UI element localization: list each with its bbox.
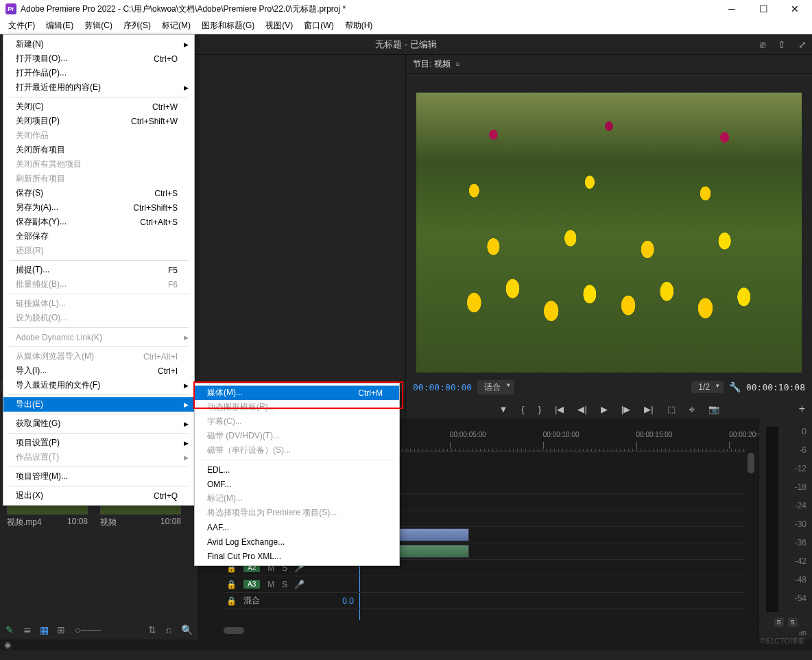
export-menu-item[interactable]: Final Cut Pro XML...	[195, 549, 399, 563]
file-menu-item[interactable]: 导出(E)▶	[3, 397, 194, 412]
write-icon[interactable]: ✎	[5, 624, 14, 635]
icon-view-icon[interactable]: ▦	[40, 624, 49, 635]
mix-value[interactable]: 0.0	[342, 596, 354, 606]
automate-icon[interactable]: ⎌	[166, 624, 171, 635]
fullscreen-icon[interactable]: ⤢	[798, 39, 807, 50]
file-menu-item[interactable]: 打开作品(P)...	[3, 66, 194, 80]
file-menu-item[interactable]: 导入最近使用的文件(F)▶	[3, 378, 194, 392]
mic-icon[interactable]: 🎤	[294, 580, 304, 589]
file-menu-item[interactable]: 保存(S)Ctrl+S	[3, 186, 194, 200]
file-menu-item[interactable]: 关闭项目(P)Ctrl+Shift+W	[3, 114, 194, 128]
mark-in-icon[interactable]: {	[521, 404, 524, 414]
file-menu-item[interactable]: 新建(N)▶	[3, 37, 194, 51]
program-panel: 节目: 视频 ≡ 00:00:00:00 适合 1/2 🔧 00:00:10:0…	[406, 55, 812, 419]
clip-duration: 10:08	[160, 517, 181, 528]
export-share-icon[interactable]: ⇧	[778, 39, 786, 50]
file-menu-item[interactable]: 打开最近使用的内容(E)▶	[3, 80, 194, 95]
file-menu-item: 从媒体浏览器导入(M)Ctrl+Alt+I	[3, 349, 194, 364]
file-menu-item: 关闭所有其他项目	[3, 157, 194, 172]
track-content[interactable]: 视频.mp4	[357, 453, 745, 609]
export-menu-item: 将选择项导出为 Premiere 项目(S)...	[195, 506, 399, 520]
close-button[interactable]: ✕	[779, 0, 811, 18]
timeline-scrollbar-v[interactable]	[748, 453, 754, 619]
file-menu-item[interactable]: 获取属性(G)▶	[3, 416, 194, 431]
mute-button[interactable]: M	[267, 580, 275, 589]
menu-markers[interactable]: 标记(M)	[156, 19, 196, 33]
list-view-icon[interactable]: ≣	[23, 624, 32, 635]
maximize-button[interactable]: ☐	[748, 0, 779, 18]
timeline-ruler[interactable]: 00:00:05:00 00:00:10:00 00:00:15:00 00:0…	[357, 431, 745, 451]
file-menu-item: 还原(R)	[3, 244, 194, 258]
zoom-fit-dropdown[interactable]: 适合	[477, 380, 514, 394]
meter-tick: -36	[795, 538, 807, 547]
menu-edit[interactable]: 编辑(E)	[40, 19, 79, 33]
file-menu-item[interactable]: 捕捉(T)...F5	[3, 263, 194, 277]
menu-window[interactable]: 窗口(W)	[298, 19, 339, 33]
resolution-dropdown[interactable]: 1/2	[691, 381, 724, 393]
solo-button[interactable]: S	[280, 580, 289, 589]
file-menu-item[interactable]: 退出(X)Ctrl+Q	[3, 488, 194, 503]
menu-help[interactable]: 帮助(H)	[339, 19, 379, 33]
audio-meter-panel: 0 -6 -12 -18 -24 -30 -36 -42 -48 -54 S S…	[759, 419, 812, 639]
program-timecode-left[interactable]: 00:00:00:00	[413, 382, 472, 392]
menu-graphics[interactable]: 图形和标题(G)	[196, 19, 260, 33]
timeline-scrollbar-h[interactable]	[224, 627, 745, 634]
export-menu-item: 标记(M)...	[195, 491, 399, 506]
ruler-tick: 00:00:15:00	[636, 431, 673, 438]
minimize-button[interactable]: ─	[716, 0, 748, 18]
export-menu-item[interactable]: AAF...	[195, 520, 399, 534]
export-frame-icon[interactable]: 📷	[708, 404, 719, 414]
file-menu-item[interactable]: 全部保存	[3, 229, 194, 244]
menu-sequence[interactable]: 序列(S)	[118, 19, 156, 33]
mark-out-icon[interactable]: }	[538, 404, 541, 414]
sort-icon[interactable]: ⇅	[148, 624, 156, 635]
panel-menu-icon[interactable]: ≡	[456, 60, 460, 68]
file-menu-item[interactable]: 关闭所有项目	[3, 143, 194, 157]
extract-icon[interactable]: ⎆	[689, 404, 695, 414]
file-menu-item[interactable]: 项目设置(P)▶	[3, 436, 194, 450]
file-menu-item[interactable]: 保存副本(Y)...Ctrl+Alt+S	[3, 215, 194, 229]
solo-button-right[interactable]: S	[788, 617, 798, 627]
play-icon[interactable]: ▶	[601, 404, 608, 414]
file-menu-item[interactable]: 打开项目(O)...Ctrl+O	[3, 51, 194, 66]
step-back-icon[interactable]: ◀|	[577, 404, 586, 414]
add-marker-icon[interactable]: ▼	[499, 404, 508, 414]
export-menu-item[interactable]: EDL...	[195, 462, 399, 477]
button-editor-icon[interactable]: +	[799, 403, 805, 415]
find-icon[interactable]: 🔍	[181, 624, 193, 635]
go-to-out-icon[interactable]: ▶|	[644, 404, 653, 414]
export-menu-item[interactable]: Avid Log Exchange...	[195, 534, 399, 549]
workspace-overflow-icon[interactable]: ⎚	[760, 39, 765, 50]
program-monitor[interactable]	[416, 93, 802, 373]
file-menu-item[interactable]: 导入(I)...Ctrl+I	[3, 364, 194, 378]
meter-tick: -48	[795, 575, 807, 585]
window-title: Adobe Premiere Pro 2022 - C:\用户\okwoa\文档…	[21, 3, 716, 15]
track-label[interactable]: A3	[243, 580, 260, 589]
zoom-slider-icon[interactable]: ○───	[75, 624, 101, 635]
solo-button-left[interactable]: S	[774, 617, 784, 627]
cloud-sync-icon[interactable]: ◉	[4, 640, 11, 650]
lock-icon[interactable]: 🔒	[226, 596, 237, 606]
program-panel-title: 节目: 视频	[413, 58, 451, 70]
lock-icon[interactable]: 🔒	[226, 580, 237, 589]
freeform-view-icon[interactable]: ⊞	[57, 624, 65, 635]
go-to-in-icon[interactable]: |◀	[555, 404, 564, 414]
export-menu-item: 磁带（串行设备）(S)...	[195, 443, 399, 458]
file-menu-item[interactable]: 另存为(A)...Ctrl+Shift+S	[3, 200, 194, 215]
step-forward-icon[interactable]: |▶	[621, 404, 630, 414]
settings-icon[interactable]: 🔧	[729, 381, 741, 392]
menu-file[interactable]: 文件(F)	[3, 19, 40, 33]
export-menu-item: 磁带 (DV/HDV)(T)...	[195, 429, 399, 443]
menu-clip[interactable]: 剪辑(C)	[79, 19, 118, 33]
workspace-title: 无标题 - 已编辑	[375, 38, 437, 51]
file-menu-item[interactable]: 关闭(C)Ctrl+W	[3, 99, 194, 114]
video-frame	[416, 93, 802, 373]
export-menu-item[interactable]: OMF...	[195, 477, 399, 491]
file-menu-item[interactable]: 项目管理(M)...	[3, 469, 194, 484]
meter-tick: -24	[795, 501, 807, 510]
lift-icon[interactable]: ⬚	[667, 404, 676, 414]
export-menu-item[interactable]: 媒体(M)...Ctrl+M	[195, 386, 399, 400]
menu-view[interactable]: 视图(V)	[260, 19, 298, 33]
ruler-tick: 00:00:10:00	[543, 431, 580, 438]
file-menu-dropdown: 新建(N)▶打开项目(O)...Ctrl+O打开作品(P)...打开最近使用的内…	[3, 34, 195, 506]
